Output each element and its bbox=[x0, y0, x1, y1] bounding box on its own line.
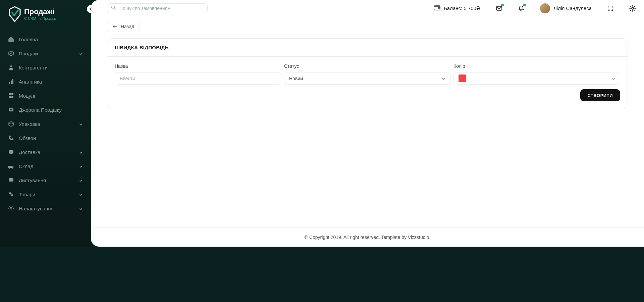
svg-rect-3 bbox=[12, 79, 13, 84]
fullscreen-button[interactable] bbox=[607, 5, 614, 12]
name-input[interactable] bbox=[115, 72, 281, 85]
card-title: ШВИДКА ВІДПОВІДЬ bbox=[107, 39, 628, 56]
svg-rect-25 bbox=[496, 6, 502, 10]
sidebar-item-продажі[interactable]: Продажі bbox=[0, 46, 91, 60]
modules-icon bbox=[8, 93, 14, 99]
notification-dot bbox=[501, 4, 504, 6]
sidebar-item-контрагенти[interactable]: Контрагенти bbox=[0, 60, 91, 74]
search-wrap bbox=[107, 3, 208, 13]
svg-point-20 bbox=[10, 208, 12, 209]
chart-icon bbox=[8, 79, 14, 85]
chevron-down-icon bbox=[611, 76, 615, 81]
sidebar-item-label: Упаковка bbox=[19, 121, 74, 127]
footer: © Copyright 2019. All right reserved. Te… bbox=[91, 228, 644, 247]
user-menu[interactable]: Лілія Сандулеса bbox=[540, 3, 592, 13]
svg-point-16 bbox=[11, 180, 11, 180]
svg-rect-5 bbox=[11, 93, 13, 95]
sidebar-item-упаковка[interactable]: Упаковка bbox=[0, 117, 91, 131]
wallet-icon bbox=[434, 5, 440, 12]
sidebar-item-label: Продажі bbox=[19, 51, 74, 56]
brand-tagline: Є CRM - є Продажі bbox=[24, 16, 57, 20]
svg-rect-10 bbox=[8, 166, 12, 168]
svg-rect-24 bbox=[438, 7, 440, 9]
quick-reply-card: ШВИДКА ВІДПОВІДЬ Назва Статус Новий bbox=[107, 38, 628, 109]
sidebar-item-склад[interactable]: Склад bbox=[0, 159, 91, 173]
sidebar-collapse-button[interactable] bbox=[87, 5, 95, 13]
balance-text: Баланс: 5 700₴ bbox=[444, 5, 480, 11]
sidebar: Продажі Є CRM - є Продажі ГоловнаПродажі… bbox=[0, 0, 91, 247]
settings-icon bbox=[8, 205, 14, 211]
balance[interactable]: Баланс: 5 700₴ bbox=[434, 5, 480, 12]
notifications-button[interactable] bbox=[518, 5, 525, 12]
fullscreen-icon bbox=[607, 5, 614, 12]
notification-dot bbox=[523, 4, 526, 6]
inbox-button[interactable] bbox=[496, 5, 502, 12]
svg-rect-6 bbox=[9, 96, 11, 98]
chevron-down-icon bbox=[79, 178, 83, 182]
sidebar-item-label: Джерела Продажу bbox=[19, 107, 83, 113]
svg-rect-11 bbox=[12, 166, 13, 168]
warehouse-icon bbox=[8, 163, 14, 169]
logo-icon bbox=[8, 5, 21, 23]
chevron-down-icon bbox=[442, 76, 446, 81]
phone-icon bbox=[8, 135, 14, 141]
home-icon bbox=[8, 36, 14, 42]
settings-button[interactable] bbox=[629, 5, 636, 12]
name-label: Назва bbox=[115, 63, 281, 69]
chevron-down-icon bbox=[79, 192, 83, 196]
brand-name: Продажі bbox=[24, 8, 57, 16]
gear-icon bbox=[629, 5, 636, 12]
nav: ГоловнаПродажіКонтрагентиАналітикаМодулі… bbox=[0, 30, 91, 218]
color-swatch bbox=[459, 74, 466, 82]
sidebar-item-головна[interactable]: Головна bbox=[0, 32, 91, 46]
card-body: Назва Статус Новий Колір bbox=[107, 56, 628, 109]
svg-line-22 bbox=[114, 8, 116, 10]
sales-icon bbox=[8, 50, 14, 56]
chevron-down-icon bbox=[79, 122, 83, 126]
sidebar-item-label: Головна bbox=[19, 37, 83, 42]
logo-block[interactable]: Продажі Є CRM - є Продажі bbox=[0, 5, 91, 30]
status-select[interactable]: Новий bbox=[284, 72, 451, 85]
svg-rect-4 bbox=[9, 93, 11, 95]
sidebar-item-доставка[interactable]: Доставка bbox=[0, 145, 91, 159]
sources-icon bbox=[8, 107, 14, 113]
goods-icon bbox=[8, 191, 14, 197]
topbar: Баланс: 5 700₴ Лілія Сандулеса bbox=[91, 0, 644, 17]
svg-point-18 bbox=[9, 192, 11, 194]
sidebar-item-налаштування[interactable]: Налаштування bbox=[0, 201, 91, 215]
back-label: Назад bbox=[121, 24, 134, 29]
arrow-left-icon bbox=[89, 7, 93, 11]
field-name: Назва bbox=[115, 63, 281, 85]
sidebar-item-label: Склад bbox=[19, 163, 74, 169]
sidebar-item-листування[interactable]: Листування bbox=[0, 173, 91, 187]
color-select[interactable] bbox=[453, 72, 620, 85]
svg-rect-2 bbox=[11, 81, 12, 84]
sidebar-item-модулі[interactable]: Модулі bbox=[0, 89, 91, 103]
sidebar-item-обзвон[interactable]: Обзвон bbox=[0, 131, 91, 145]
field-status: Статус Новий bbox=[284, 63, 451, 85]
main: Баланс: 5 700₴ Лілія Сандулеса Назад ШВИ… bbox=[91, 0, 644, 247]
search-icon bbox=[111, 5, 116, 11]
content: Назад ШВИДКА ВІДПОВІДЬ Назва Статус Нови… bbox=[91, 17, 644, 228]
chevron-down-icon bbox=[79, 206, 83, 210]
sidebar-item-джерела-продажу[interactable]: Джерела Продажу bbox=[0, 103, 91, 117]
sidebar-item-label: Контрагенти bbox=[19, 65, 83, 70]
sidebar-item-label: Налаштування bbox=[19, 206, 74, 211]
svg-point-0 bbox=[10, 65, 12, 67]
svg-point-19 bbox=[11, 194, 13, 196]
user-name: Лілія Сандулеса bbox=[553, 5, 592, 11]
sidebar-item-label: Листування bbox=[19, 178, 74, 183]
sidebar-item-label: Модулі bbox=[19, 93, 83, 99]
svg-rect-9 bbox=[10, 109, 12, 110]
package-icon bbox=[8, 121, 14, 127]
user-icon bbox=[8, 64, 14, 70]
sidebar-item-товари[interactable]: Товари bbox=[0, 187, 91, 201]
create-button[interactable]: СТВОРИТИ bbox=[580, 89, 620, 101]
sidebar-item-label: Доставка bbox=[19, 149, 74, 155]
back-button[interactable]: Назад bbox=[107, 21, 140, 32]
sidebar-item-label: Аналітика bbox=[19, 79, 83, 85]
search-input[interactable] bbox=[107, 3, 208, 13]
sidebar-item-аналітика[interactable]: Аналітика bbox=[0, 74, 91, 89]
svg-rect-1 bbox=[9, 82, 10, 84]
footer-text: © Copyright 2019. All right reserved. Te… bbox=[305, 235, 431, 240]
